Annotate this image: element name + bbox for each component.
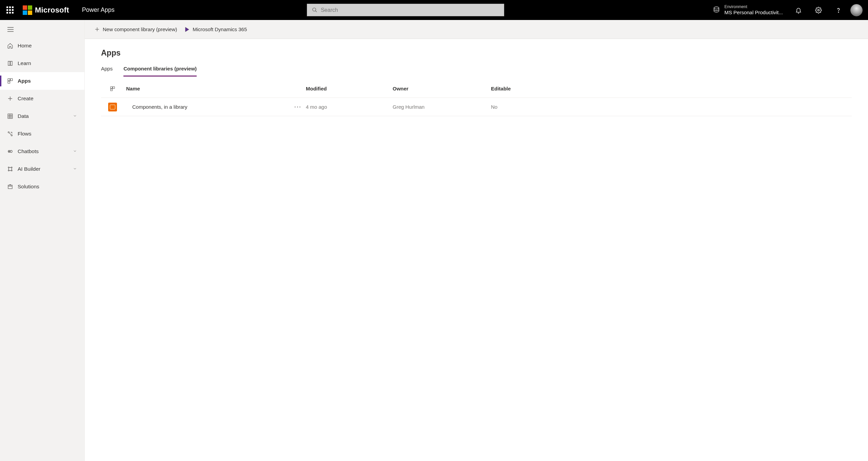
- tabs: AppsComponent libraries (preview): [101, 66, 852, 77]
- book-icon: [5, 60, 15, 66]
- microsoft-wordmark: Microsoft: [35, 6, 69, 15]
- column-header-editable[interactable]: Editable: [491, 86, 852, 91]
- global-header: Microsoft Power Apps Environment MS Pers…: [0, 0, 868, 20]
- flow-icon: [5, 131, 15, 137]
- home-icon: [5, 43, 15, 49]
- row-editable: No: [491, 104, 852, 110]
- sidebar-item-flows[interactable]: Flows: [0, 125, 84, 143]
- svg-rect-28: [8, 185, 12, 189]
- column-header-name[interactable]: Name: [124, 86, 306, 91]
- svg-line-1: [315, 11, 317, 12]
- sidebar-item-solutions[interactable]: Solutions: [0, 178, 84, 195]
- apps-icon: [5, 78, 15, 84]
- svg-rect-33: [111, 89, 112, 90]
- sidebar-item-label: Learn: [18, 60, 31, 66]
- svg-point-4: [838, 12, 839, 13]
- environment-label: Environment: [724, 4, 783, 9]
- apps-column-icon: [110, 86, 115, 91]
- sidebar-item-label: Chatbots: [18, 148, 39, 154]
- app-launcher-button[interactable]: [0, 0, 20, 20]
- svg-point-26: [8, 170, 9, 171]
- list-row[interactable]: Components, in a library···4 mo agoGreg …: [101, 98, 852, 116]
- main-region: New component library (preview) Microsof…: [85, 20, 868, 461]
- search-icon: [312, 7, 317, 13]
- question-icon: [835, 7, 842, 14]
- sidebar-item-label: AI Builder: [18, 166, 40, 172]
- sidebar-item-label: Solutions: [18, 184, 39, 190]
- chevron-down-icon: [73, 113, 84, 119]
- tab-apps[interactable]: Apps: [101, 66, 113, 77]
- svg-rect-9: [11, 79, 13, 81]
- column-header-owner[interactable]: Owner: [393, 86, 491, 91]
- svg-point-27: [11, 170, 12, 171]
- row-modified: 4 mo ago: [306, 104, 393, 110]
- svg-point-23: [9, 151, 9, 151]
- search-input[interactable]: [321, 7, 499, 13]
- sidebar-item-chatbots[interactable]: Chatbots: [0, 143, 84, 160]
- sidebar-item-apps[interactable]: Apps: [0, 72, 84, 90]
- tab-component-libraries-preview-[interactable]: Component libraries (preview): [123, 66, 197, 77]
- svg-rect-31: [111, 87, 112, 88]
- svg-rect-13: [8, 114, 13, 119]
- sidebar-item-label: Flows: [18, 131, 31, 137]
- environment-icon: [713, 6, 720, 14]
- content-region: Apps AppsComponent libraries (preview) N…: [85, 39, 868, 461]
- ai-icon: [5, 166, 15, 172]
- svg-point-18: [8, 132, 9, 133]
- row-owner: Greg Hurlman: [393, 104, 491, 110]
- svg-rect-8: [8, 79, 10, 81]
- new-component-library-button[interactable]: New component library (preview): [94, 26, 177, 32]
- dynamics-365-button[interactable]: Microsoft Dynamics 365: [184, 26, 247, 32]
- sidebar-item-label: Home: [18, 43, 32, 49]
- svg-point-2: [714, 7, 719, 9]
- grid-icon: [5, 113, 15, 119]
- chat-icon: [5, 148, 15, 154]
- sidebar-item-label: Apps: [18, 78, 31, 84]
- sidebar-item-home[interactable]: Home: [0, 37, 84, 55]
- global-search-box[interactable]: [307, 4, 504, 16]
- gear-icon: [815, 7, 822, 14]
- new-component-library-label: New component library (preview): [103, 26, 177, 32]
- environment-name: MS Personal Productivit...: [724, 9, 783, 16]
- plus-icon: [94, 26, 100, 32]
- header-right: Environment MS Personal Productivit...: [713, 0, 868, 20]
- sidebar-item-create[interactable]: Create: [0, 90, 84, 107]
- svg-point-21: [10, 150, 12, 152]
- chevron-down-icon: [73, 148, 84, 154]
- svg-point-3: [817, 9, 819, 11]
- svg-point-24: [8, 167, 9, 168]
- sidebar-item-label: Data: [18, 113, 29, 119]
- app-title[interactable]: Power Apps: [82, 6, 115, 14]
- left-nav: HomeLearnAppsCreateDataFlowsChatbotsAI B…: [0, 20, 85, 461]
- svg-point-19: [11, 135, 13, 136]
- waffle-icon: [6, 6, 14, 14]
- environment-picker[interactable]: Environment MS Personal Productivit...: [713, 4, 786, 15]
- svg-rect-32: [113, 87, 115, 88]
- package-icon: [5, 184, 15, 190]
- sidebar-item-data[interactable]: Data: [0, 107, 84, 125]
- microsoft-logo-icon: [23, 5, 32, 15]
- svg-rect-10: [8, 81, 10, 83]
- sidebar-item-label: Create: [18, 96, 34, 102]
- settings-button[interactable]: [808, 0, 828, 20]
- svg-point-0: [313, 8, 316, 11]
- hamburger-icon: [7, 27, 14, 32]
- page-title: Apps: [101, 48, 852, 58]
- sidebar-item-learn[interactable]: Learn: [0, 55, 84, 72]
- sidebar-item-ai-builder[interactable]: AI Builder: [0, 160, 84, 178]
- help-button[interactable]: [828, 0, 848, 20]
- dynamics-icon: [184, 27, 190, 32]
- row-name: Components, in a library: [132, 104, 188, 110]
- notifications-button[interactable]: [788, 0, 808, 20]
- dynamics-365-label: Microsoft Dynamics 365: [193, 26, 247, 32]
- command-bar: New component library (preview) Microsof…: [85, 20, 868, 39]
- plus-icon: [5, 96, 15, 102]
- svg-point-25: [11, 167, 12, 168]
- column-header-modified[interactable]: Modified: [306, 86, 393, 91]
- chevron-down-icon: [73, 166, 84, 172]
- bell-icon: [795, 7, 802, 14]
- user-avatar[interactable]: [850, 4, 863, 16]
- nav-collapse-button[interactable]: [0, 22, 84, 37]
- row-more-button[interactable]: ···: [290, 104, 306, 110]
- list-header: Name Modified Owner Editable: [101, 80, 852, 98]
